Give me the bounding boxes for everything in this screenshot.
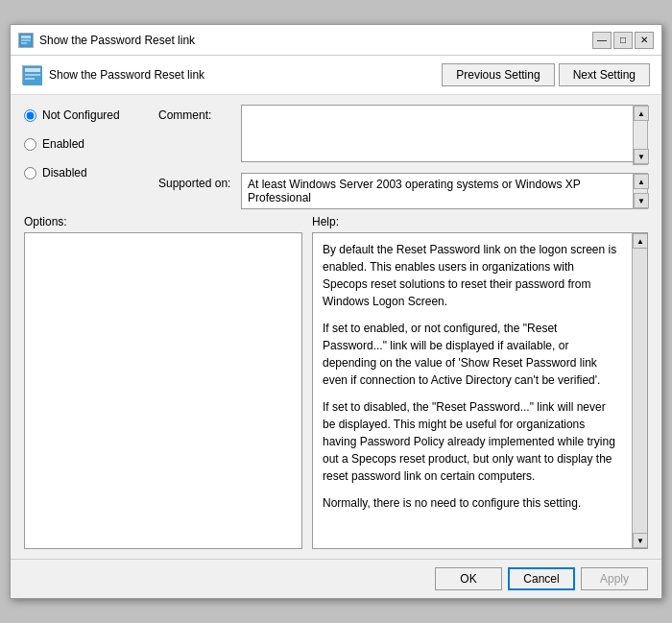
dialog-body: Not Configured Enabled Disabled Comment: <box>11 95 661 559</box>
help-scroll-track <box>633 249 647 533</box>
help-scroll-up[interactable]: ▲ <box>633 233 648 249</box>
apply-button[interactable]: Apply <box>581 567 648 590</box>
svg-rect-6 <box>25 74 40 76</box>
svg-rect-5 <box>25 68 40 72</box>
comment-scroll-track <box>634 121 647 149</box>
help-box: By default the Reset Password link on th… <box>312 232 648 549</box>
help-paragraph: Normally, there is no need to configure … <box>323 494 620 512</box>
header-icon <box>22 65 41 84</box>
svg-rect-3 <box>21 42 27 44</box>
options-section: Options: <box>24 215 302 549</box>
help-paragraph: By default the Reset Password link on th… <box>323 241 620 310</box>
title-bar: Show the Password Reset link — □ ✕ <box>11 25 661 56</box>
supported-box: At least Windows Server 2003 operating s… <box>241 173 648 209</box>
title-bar-left: Show the Password Reset link <box>18 33 195 48</box>
help-scroll-down[interactable]: ▼ <box>633 533 648 548</box>
comment-supported-section: Comment: ▲ ▼ Supported on: <box>158 105 648 209</box>
radio-disabled-input[interactable] <box>24 167 36 180</box>
supported-scroll-up[interactable]: ▲ <box>634 174 649 189</box>
comment-scroll-up[interactable]: ▲ <box>634 106 649 121</box>
supported-text: At least Windows Server 2003 operating s… <box>248 178 628 204</box>
cancel-button[interactable]: Cancel <box>508 567 575 590</box>
radio-not-configured[interactable]: Not Configured <box>24 108 149 122</box>
supported-row: Supported on: At least Windows Server 20… <box>158 173 648 209</box>
dialog-window: Show the Password Reset link — □ ✕ Show … <box>10 24 662 599</box>
help-section: Help: By default the Reset Password link… <box>312 215 648 549</box>
svg-rect-2 <box>21 39 31 41</box>
radio-not-configured-input[interactable] <box>24 109 36 122</box>
radio-group: Not Configured Enabled Disabled <box>24 105 149 209</box>
supported-label: Supported on: <box>158 173 235 190</box>
dialog-footer: OK Cancel Apply <box>11 559 661 598</box>
maximize-button[interactable]: □ <box>613 32 633 49</box>
radio-not-configured-label: Not Configured <box>42 108 120 122</box>
ok-button[interactable]: OK <box>435 567 502 590</box>
svg-rect-7 <box>25 78 35 80</box>
previous-setting-button[interactable]: Previous Setting <box>442 63 554 86</box>
radio-disabled[interactable]: Disabled <box>24 166 149 180</box>
title-text: Show the Password Reset link <box>39 34 195 47</box>
options-label: Options: <box>24 215 302 228</box>
options-help-row: Options: Help: By default the Reset Pass… <box>24 215 648 549</box>
comment-row: Comment: ▲ ▼ <box>158 105 648 165</box>
help-text: By default the Reset Password link on th… <box>323 241 620 512</box>
radio-enabled[interactable]: Enabled <box>24 137 149 151</box>
comment-scrollbar: ▲ ▼ <box>633 105 648 165</box>
dialog-header-left: Show the Password Reset link <box>22 65 204 84</box>
help-paragraph: If set to disabled, the "Reset Password.… <box>323 398 620 485</box>
help-label: Help: <box>312 215 648 228</box>
title-controls: — □ ✕ <box>592 32 654 49</box>
supported-scrollbar: ▲ ▼ <box>633 173 648 209</box>
comment-textarea[interactable] <box>241 105 648 162</box>
close-button[interactable]: ✕ <box>635 32 654 49</box>
options-box <box>24 232 302 549</box>
comment-label: Comment: <box>158 105 235 122</box>
minimize-button[interactable]: — <box>592 32 612 49</box>
header-buttons: Previous Setting Next Setting <box>442 63 650 86</box>
next-setting-button[interactable]: Next Setting <box>559 63 650 86</box>
header-title: Show the Password Reset link <box>49 68 204 82</box>
comment-scroll-down[interactable]: ▼ <box>634 149 649 164</box>
comment-wrapper: ▲ ▼ <box>241 105 648 165</box>
radio-disabled-label: Disabled <box>42 166 87 180</box>
dialog-header: Show the Password Reset link Previous Se… <box>11 56 661 95</box>
help-scrollbar: ▲ ▼ <box>632 233 647 548</box>
dialog-icon <box>18 33 34 48</box>
help-paragraph: If set to enabled, or not configured, th… <box>323 320 620 389</box>
supported-scroll-down[interactable]: ▼ <box>634 193 649 208</box>
supported-wrapper: At least Windows Server 2003 operating s… <box>241 173 648 209</box>
radio-enabled-input[interactable] <box>24 138 36 151</box>
radio-enabled-label: Enabled <box>42 137 84 151</box>
svg-rect-1 <box>21 36 31 38</box>
